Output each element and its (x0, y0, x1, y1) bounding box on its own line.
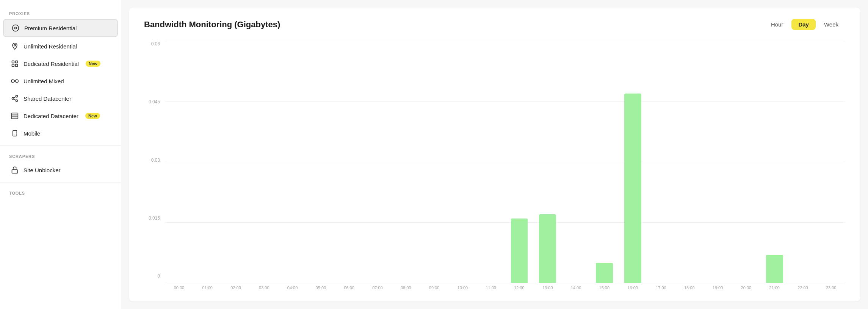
bar-16:00 (624, 94, 641, 283)
sidebar-item-premium-residential[interactable]: Premium Residential (3, 19, 118, 37)
svg-point-0 (13, 25, 19, 31)
y-label-4: 0 (157, 273, 160, 279)
x-label-13: 13:00 (533, 286, 562, 290)
sidebar-item-label-mobile: Mobile (24, 130, 40, 137)
sidebar-item-unlimited-mixed[interactable]: Unlimited Mixed (3, 73, 118, 89)
bar-group-23:00 (817, 41, 845, 283)
badge-new-dedicated-residential: New (86, 61, 100, 67)
y-label-0: 0.06 (151, 41, 160, 47)
bar-group-11:00 (477, 41, 505, 283)
bar-group-05:00 (307, 41, 335, 283)
section-tools: TOOLS (0, 186, 121, 198)
bar-group-21:00 (760, 41, 789, 283)
bar-15:00 (596, 263, 613, 283)
svg-point-2 (14, 44, 16, 46)
divider-tools (0, 182, 121, 183)
bar-group-04:00 (278, 41, 307, 283)
svg-rect-17 (12, 170, 18, 173)
sidebar-item-shared-datacenter[interactable]: Shared Datacenter (3, 90, 118, 107)
x-label-23: 23:00 (817, 286, 845, 290)
bar-group-03:00 (250, 41, 278, 283)
sidebar-item-label-site-unblocker: Site Unblocker (24, 167, 61, 173)
sidebar-item-dedicated-datacenter[interactable]: Dedicated Datacenter New (3, 108, 118, 124)
section-label-scrapers: SCRAPERS (0, 149, 121, 161)
chart-area: 0.06 0.045 0.03 0.015 0 (144, 41, 845, 290)
bar-group-14:00 (562, 41, 590, 283)
sidebar-item-site-unblocker[interactable]: Site Unblocker (3, 162, 118, 178)
bar-group-12:00 (505, 41, 534, 283)
badge-new-dedicated-datacenter: New (85, 113, 100, 119)
share-icon (11, 94, 19, 103)
sidebar-item-dedicated-residential[interactable]: Dedicated Residential New (3, 55, 118, 72)
time-btn-week[interactable]: Week (817, 19, 845, 30)
y-label-2: 0.03 (151, 158, 160, 163)
svg-rect-3 (12, 61, 14, 63)
x-label-12: 12:00 (505, 286, 534, 290)
chart-container: Bandwidth Monitoring (Gigabytes) Hour Da… (129, 8, 860, 301)
location-pin-icon (11, 42, 19, 50)
x-label-7: 07:00 (363, 286, 392, 290)
x-label-18: 18:00 (675, 286, 703, 290)
time-btn-hour[interactable]: Hour (764, 19, 790, 30)
x-label-2: 02:00 (222, 286, 250, 290)
bar-group-19:00 (703, 41, 732, 283)
bar-group-07:00 (363, 41, 392, 283)
section-proxies: PROXIES Premium Residential Unlimited Re… (0, 6, 121, 142)
sidebar-item-label-shared-datacenter: Shared Datacenter (24, 95, 71, 102)
sidebar-item-label-unlimited-mixed: Unlimited Mixed (24, 78, 64, 84)
bar-group-17:00 (647, 41, 675, 283)
x-label-3: 03:00 (250, 286, 278, 290)
bar-group-02:00 (222, 41, 250, 283)
chart-title: Bandwidth Monitoring (Gigabytes) (144, 20, 280, 30)
sidebar-item-label-dedicated-datacenter: Dedicated Datacenter (24, 113, 78, 119)
bar-13:00 (539, 214, 556, 283)
x-label-6: 06:00 (335, 286, 363, 290)
bar-group-00:00 (165, 41, 193, 283)
x-axis-labels: 00:0001:0002:0003:0004:0005:0006:0007:00… (165, 283, 845, 290)
lock-open-icon (11, 166, 19, 174)
svg-rect-6 (16, 64, 18, 67)
chart-plot (165, 41, 845, 283)
bar-group-10:00 (448, 41, 477, 283)
sidebar-item-label-premium-residential: Premium Residential (24, 25, 77, 31)
sidebar: PROXIES Premium Residential Unlimited Re… (0, 0, 121, 309)
bar-group-08:00 (392, 41, 420, 283)
y-axis-labels: 0.06 0.045 0.03 0.015 0 (144, 41, 163, 279)
bar-group-06:00 (335, 41, 363, 283)
bar-group-01:00 (193, 41, 222, 283)
infinity-icon (11, 77, 19, 85)
bar-group-09:00 (420, 41, 448, 283)
svg-rect-4 (16, 61, 18, 63)
x-label-0: 00:00 (165, 286, 193, 290)
x-label-19: 19:00 (703, 286, 732, 290)
y-label-3: 0.015 (149, 215, 160, 221)
svg-line-10 (14, 99, 16, 100)
y-label-1: 0.045 (149, 99, 160, 105)
mobile-icon (11, 129, 19, 137)
x-label-14: 14:00 (562, 286, 590, 290)
x-label-22: 22:00 (789, 286, 817, 290)
bars-area (165, 41, 845, 283)
chart-header: Bandwidth Monitoring (Gigabytes) Hour Da… (144, 19, 845, 30)
svg-rect-14 (12, 117, 18, 119)
x-label-11: 11:00 (477, 286, 505, 290)
bar-group-13:00 (533, 41, 562, 283)
dedicated-residential-icon (11, 59, 19, 68)
main-content: Bandwidth Monitoring (Gigabytes) Hour Da… (121, 0, 868, 309)
x-label-4: 04:00 (278, 286, 307, 290)
bar-21:00 (766, 255, 783, 283)
sidebar-item-mobile[interactable]: Mobile (3, 125, 118, 142)
svg-point-1 (15, 27, 17, 29)
x-label-17: 17:00 (647, 286, 675, 290)
x-label-5: 05:00 (307, 286, 335, 290)
x-label-9: 09:00 (420, 286, 448, 290)
location-pin-circle-icon (11, 24, 20, 32)
time-btn-day[interactable]: Day (791, 19, 816, 30)
sidebar-item-unlimited-residential[interactable]: Unlimited Residential (3, 38, 118, 55)
x-label-8: 08:00 (392, 286, 420, 290)
server-icon (11, 112, 19, 120)
bar-12:00 (511, 218, 528, 283)
bar-group-15:00 (590, 41, 619, 283)
x-label-16: 16:00 (619, 286, 647, 290)
x-label-10: 10:00 (448, 286, 477, 290)
